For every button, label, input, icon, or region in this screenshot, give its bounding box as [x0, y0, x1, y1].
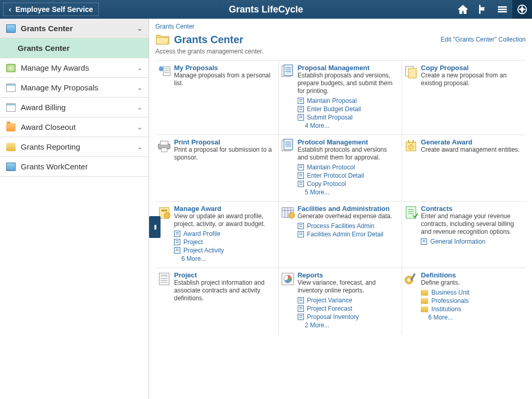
- chevron-down-icon: ⌄: [137, 104, 142, 111]
- sidebar-top-label: Grants Center: [21, 24, 73, 33]
- top-banner: ‹ Employee Self Service Grants LifeCycle: [0, 0, 532, 19]
- list-icon: [174, 247, 180, 254]
- tile-sublink-label: Process Facilities Admin: [307, 222, 375, 230]
- sidebar-top-grants-center[interactable]: Grants Center ⌄: [0, 19, 149, 38]
- tile-desc: Generate overhead expense data.: [298, 212, 399, 220]
- tile-more-link[interactable]: 2 More...: [305, 322, 399, 329]
- page-title: Grants LifeCycle: [229, 4, 303, 15]
- tile-sublink[interactable]: Award Profile: [174, 230, 275, 237]
- grid-icon: [6, 24, 16, 33]
- tile-sublinks: Project VarianceProject ForecastProposal…: [298, 297, 399, 321]
- tile: ReportsView variance, forecast, and inve…: [279, 268, 403, 334]
- list-icon: [298, 305, 304, 312]
- tile-title[interactable]: Project: [174, 271, 275, 279]
- tile-icon: [280, 271, 296, 287]
- tile-more-link[interactable]: 6 More...: [181, 255, 275, 262]
- tile-desc: View or update an award profile, project…: [174, 212, 275, 228]
- menu-icon[interactable]: [493, 0, 512, 19]
- tile-icon: [156, 64, 172, 79]
- tile-more-link[interactable]: 4 More...: [305, 122, 399, 129]
- sidebar-item-award-billing[interactable]: Award Billing ⌄: [0, 98, 149, 117]
- tile-title[interactable]: Reports: [298, 271, 399, 279]
- tile-desc: View variance, forecast, and inventory o…: [298, 279, 399, 295]
- sidebar-item-award-closeout[interactable]: Award Closeout ⌄: [0, 117, 149, 137]
- tile-sublink[interactable]: Maintain Protocol: [298, 164, 399, 171]
- tile-sublink[interactable]: Institutions: [421, 305, 523, 313]
- sidebar-sub-grants-center[interactable]: Grants Center: [0, 38, 149, 58]
- svg-rect-2: [163, 67, 170, 76]
- sidebar-item-manage-my-awards[interactable]: Manage My Awards ⌄: [0, 58, 149, 78]
- tile-sublink[interactable]: Maintain Proposal: [298, 97, 399, 104]
- tile-sublinks: Process Facilities AdminFacilities Admin…: [298, 222, 399, 238]
- edit-collection-link[interactable]: Edit "Grants Center" Collection: [441, 36, 526, 43]
- tile-title[interactable]: Proposal Management: [298, 64, 399, 72]
- tile-sublink[interactable]: Proposal Inventory: [298, 313, 399, 321]
- sidebar-item-label: Manage My Awards: [21, 63, 89, 72]
- sidebar-sub-label: Grants Center: [18, 44, 70, 52]
- breadcrumb[interactable]: Grants Center: [155, 23, 526, 30]
- tile-title[interactable]: Facilities and Administration: [298, 205, 399, 212]
- tile-desc: Manage proposals from a personal list.: [174, 72, 275, 87]
- tile-sublink-label: Business Unit: [431, 289, 469, 296]
- chevron-down-icon: ⌄: [137, 64, 142, 72]
- tile-desc: Establish protocols and versions and sub…: [298, 146, 399, 162]
- tile-title[interactable]: Print Proposal: [174, 138, 275, 146]
- chevron-down-icon: ⌄: [137, 124, 142, 131]
- tile-desc: Define grants.: [421, 279, 523, 287]
- svg-rect-6: [409, 68, 417, 78]
- tile-sublink[interactable]: Process Facilities Admin: [298, 222, 399, 230]
- tile-sublink[interactable]: Facilities Admin Error Detail: [298, 231, 399, 238]
- tile-sublink-label: Award Profile: [183, 230, 220, 237]
- tile: Proposal ManagementEstablish proposals a…: [279, 60, 403, 135]
- folder-icon: [421, 307, 428, 312]
- tile-sublink[interactable]: Submit Proposal: [298, 114, 399, 121]
- tile-sublink-label: Enter Budget Detail: [307, 105, 361, 113]
- tile-title[interactable]: Definitions: [421, 271, 523, 279]
- sidebar-item-manage-my-proposals[interactable]: Manage My Proposals ⌄: [0, 78, 149, 98]
- tile-sublink[interactable]: Professionals: [421, 297, 523, 304]
- list-icon: [298, 314, 304, 320]
- chevron-down-icon: ⌄: [137, 25, 142, 32]
- tile-sublink[interactable]: General Information: [421, 238, 523, 245]
- tile-title[interactable]: Protocol Management: [298, 138, 399, 146]
- tile-desc: Establish proposals and versions, prepar…: [298, 72, 399, 95]
- tile-sublink-label: Copy Protocol: [307, 180, 346, 188]
- sidebar-collapse-toggle[interactable]: II: [149, 216, 161, 238]
- tile-title[interactable]: Manage Award: [174, 205, 275, 212]
- tile-sublink[interactable]: Project: [174, 238, 275, 246]
- sidebar-item-label: Manage My Proposals: [21, 83, 98, 92]
- tile-title[interactable]: My Proposals: [174, 64, 275, 72]
- svg-rect-9: [161, 148, 167, 152]
- back-label: Employee Self Service: [16, 5, 93, 14]
- chevron-down-icon: ⌄: [137, 143, 142, 151]
- tile-sublink[interactable]: Project Variance: [298, 297, 399, 304]
- tile-title[interactable]: Contracts: [421, 205, 523, 212]
- tile-sublink-label: General Information: [430, 238, 485, 245]
- tile: Protocol ManagementEstablish protocols a…: [279, 135, 403, 201]
- sidebar-item-grants-reporting[interactable]: Grants Reporting ⌄: [0, 137, 149, 157]
- list-icon: [298, 231, 304, 237]
- tile-sublink-label: Project Forecast: [307, 305, 352, 312]
- home-icon[interactable]: [453, 0, 473, 19]
- tile: Print ProposalPrint a proposal for submi…: [155, 135, 279, 201]
- tile-icon: [403, 271, 419, 287]
- tile-sublink[interactable]: Enter Budget Detail: [298, 105, 399, 113]
- tile-more-link[interactable]: 6 More...: [428, 314, 523, 321]
- sidebar-item-grants-workcenter[interactable]: Grants WorkCenter: [0, 157, 149, 177]
- tile-sublink-label: Maintain Proposal: [307, 97, 357, 104]
- compass-icon[interactable]: [512, 0, 532, 19]
- tile-more-link[interactable]: 5 More...: [305, 189, 399, 196]
- tile-sublink[interactable]: Enter Protocol Detail: [298, 172, 399, 179]
- tile-sublink-label: Proposal Inventory: [307, 313, 359, 321]
- tile-sublink[interactable]: Project Activity: [174, 247, 275, 254]
- tile-sublink[interactable]: Business Unit: [421, 289, 523, 296]
- tile-sublink[interactable]: Copy Protocol: [298, 180, 399, 188]
- list-icon: [298, 297, 304, 303]
- tile-sublinks: Award ProfileProjectProject Activity: [174, 230, 275, 254]
- flag-icon[interactable]: [473, 0, 493, 19]
- sidebar-item-label: Grants WorkCenter: [21, 162, 88, 171]
- tile-title[interactable]: Generate Award: [421, 138, 523, 146]
- back-button[interactable]: ‹ Employee Self Service: [3, 3, 99, 16]
- tile-sublink[interactable]: Project Forecast: [298, 305, 399, 312]
- tile-title[interactable]: Copy Proposal: [421, 64, 523, 72]
